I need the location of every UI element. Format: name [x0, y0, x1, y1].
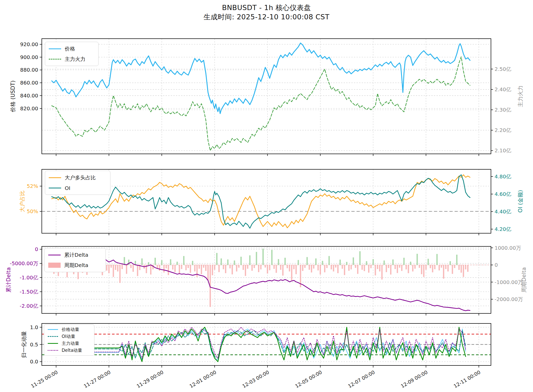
delta-bar — [172, 265, 173, 270]
axes-border — [42, 39, 491, 154]
delta-bar — [161, 260, 163, 265]
delta-bar — [106, 265, 107, 271]
delta-bar — [306, 257, 308, 265]
right-tick-label: 2.30亿 — [495, 107, 511, 113]
delta-bar — [212, 265, 213, 275]
legend-item: 主力动量 — [48, 340, 91, 346]
delta-bar — [412, 265, 414, 271]
delta-bar — [199, 265, 200, 269]
right-tick-label: 4.20亿 — [495, 226, 511, 232]
left-tick-label: 50% — [27, 208, 38, 214]
legend-line-swatch — [48, 343, 58, 344]
delta-bar — [110, 265, 112, 268]
legend-label: 主力火力 — [65, 56, 85, 63]
delta-bar — [410, 262, 411, 265]
delta-bar — [133, 265, 134, 272]
delta-bar — [252, 265, 253, 271]
series-oi — [52, 175, 470, 228]
legend-delta-panel: 累计Delta周期Delta — [44, 248, 106, 272]
left-tick-label: -1.50亿 — [20, 289, 38, 295]
delta-bar — [456, 255, 457, 265]
delta-bar — [309, 265, 310, 270]
delta-bar — [311, 265, 312, 272]
legend-line-swatch — [49, 59, 61, 60]
delta-bar — [419, 265, 420, 268]
legend-item: 主力火力 — [49, 56, 95, 63]
delta-bar — [221, 258, 222, 265]
legend-line-swatch — [48, 336, 58, 337]
delta-bar — [439, 265, 440, 270]
delta-bar — [463, 265, 464, 277]
delta-bar — [219, 265, 220, 272]
delta-bar — [190, 265, 191, 273]
delta-bar — [458, 265, 460, 270]
delta-bar — [124, 257, 125, 265]
right-tick-label: 2.10亿 — [495, 147, 511, 154]
delta-bar — [159, 265, 160, 271]
delta-bar — [340, 260, 341, 265]
delta-bar — [406, 265, 407, 269]
legend-line-swatch — [48, 329, 58, 330]
delta-bar — [234, 261, 235, 265]
delta-bar — [423, 265, 424, 277]
delta-bar — [326, 265, 328, 268]
legend-label: 价格 — [65, 45, 75, 52]
delta-bar — [216, 253, 217, 265]
right-tick-label: 2.50亿 — [495, 66, 511, 72]
delta-bar — [381, 265, 383, 280]
x-tick-label: 12-11 00:00 — [453, 369, 481, 389]
delta-bar — [454, 265, 455, 268]
delta-bar — [227, 260, 229, 265]
delta-bar — [447, 265, 449, 271]
delta-bar — [117, 265, 118, 271]
x-tick-label: 12-03 00:00 — [241, 369, 270, 389]
delta-bar — [287, 265, 288, 268]
legend-item: OI动量 — [48, 333, 91, 339]
delta-bar — [128, 260, 130, 265]
delta-bar — [249, 255, 251, 265]
right-tick-label: 4.60亿 — [495, 191, 511, 197]
left-tick-label: 920.00 — [20, 41, 38, 47]
delta-bar — [183, 256, 184, 265]
delta-bar — [157, 265, 158, 268]
delta-bar — [148, 262, 149, 265]
left-axis-label: 累计Delta — [5, 267, 12, 293]
legend-label: 价格动量 — [62, 327, 79, 332]
delta-bar — [401, 265, 402, 271]
delta-bar — [298, 260, 299, 265]
delta-bar — [282, 265, 284, 276]
delta-bar — [399, 265, 400, 268]
delta-bar — [403, 258, 405, 265]
x-tick-label: 12-09 00:00 — [400, 369, 429, 389]
left-tick-label: 52% — [27, 183, 38, 189]
legend-label: 大户多头占比 — [65, 174, 96, 181]
delta-bar — [348, 265, 350, 271]
delta-bar — [141, 258, 143, 265]
legend-label: 主力动量 — [62, 340, 79, 346]
delta-bar — [397, 265, 398, 273]
series-whale-long-ratio — [52, 175, 470, 228]
delta-bar — [201, 265, 202, 274]
left-axis-label: 价格 (USDT) — [10, 80, 16, 112]
legend-item: 价格 — [49, 45, 95, 52]
delta-bar — [271, 250, 272, 265]
left-tick-label: 0.0 — [30, 358, 38, 365]
delta-bar — [247, 265, 248, 269]
delta-bar — [166, 265, 167, 268]
legend-label: 周期Delta — [64, 262, 88, 269]
left-tick-label: 820.00 — [20, 105, 38, 112]
delta-bar — [276, 265, 277, 273]
delta-bar — [320, 265, 321, 274]
delta-bar — [223, 265, 224, 269]
legend-momentum-panel: 价格动量OI动量主力动量Delta动量 — [44, 324, 94, 356]
delta-bar — [302, 265, 303, 271]
delta-bar — [236, 265, 237, 271]
delta-bar — [137, 265, 138, 276]
delta-bar — [379, 265, 381, 271]
legend-item: 周期Delta — [48, 262, 102, 269]
series-price — [52, 43, 470, 114]
x-tick-label: 12-05 00:00 — [294, 369, 323, 389]
delta-bar — [122, 265, 123, 269]
right-tick-label: -1000.00万 — [495, 279, 523, 285]
left-tick-label: 860.00 — [20, 80, 38, 86]
